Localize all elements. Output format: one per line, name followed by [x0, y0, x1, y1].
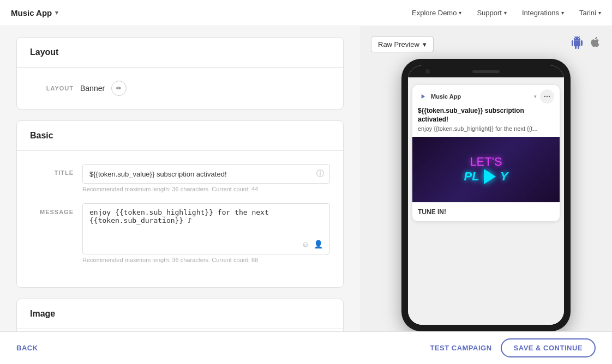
phone-screen-content: Music App ▾ ${{token.sub_value}} subscri… [408, 77, 564, 325]
person-icon[interactable]: 👤 [314, 240, 323, 248]
phone-notch [408, 65, 564, 77]
phone-mockup: Music App ▾ ${{token.sub_value}} subscri… [401, 59, 571, 331]
title-field-row: TITLE ⓘ Recommended maximum length: 36 c… [30, 164, 330, 192]
app-title: Music App [11, 8, 52, 17]
message-input-wrap: enjoy {{token.sub_highlight}} for the ne… [82, 203, 330, 254]
lets-text: LET'S [464, 155, 508, 169]
message-icons-row: ☺ 👤 [89, 238, 323, 250]
title-field-content: ⓘ Recommended maximum length: 36 charact… [82, 164, 330, 192]
notification-card: Music App ▾ ${{token.sub_value}} subscri… [412, 85, 560, 221]
phone-screen: Music App ▾ ${{token.sub_value}} subscri… [408, 65, 564, 325]
footer-right-buttons: TEST CAMPAIGN SAVE & CONTINUE [430, 338, 596, 357]
play-text-right: Y [500, 169, 508, 184]
image-section: Image IMAGE https://afiles.webengage.com… [16, 299, 344, 331]
notif-image: LET'S PL Y [412, 137, 560, 202]
basic-section-title: Basic [17, 121, 343, 151]
title-field-label: TITLE [30, 164, 74, 176]
preview-chevron: ▾ [423, 40, 427, 48]
phone-speaker [472, 70, 500, 73]
nav-item-support[interactable]: Support ▾ [477, 9, 507, 17]
layout-field-value: Banner [80, 84, 105, 93]
preview-toolbar: Raw Preview ▾ [360, 32, 612, 57]
notif-app-name: Music App [431, 93, 531, 100]
raw-preview-label: Raw Preview [378, 40, 419, 48]
notif-app-icon [418, 92, 428, 101]
platform-icons [571, 36, 601, 52]
layout-section-title: Layout [17, 38, 343, 68]
raw-preview-button[interactable]: Raw Preview ▾ [371, 37, 434, 52]
notif-body: enjoy {{token.sub_highlight}} for the ne… [412, 125, 560, 136]
nav-item-explore[interactable]: Explore Demo ▾ [412, 9, 461, 17]
play-row: PL Y [464, 169, 508, 184]
play-text-left: PL [464, 169, 479, 184]
layout-field-label: LAYOUT [30, 85, 74, 92]
layout-edit-button[interactable]: ✏ [111, 81, 127, 96]
message-hint: Recommended maximum length: 36 character… [82, 257, 330, 263]
notif-header: Music App ▾ [412, 85, 560, 106]
right-panel: Raw Preview ▾ [360, 26, 612, 331]
message-field-label: MESSAGE [30, 203, 74, 215]
image-section-title: Image [17, 299, 343, 329]
message-field-content: enjoy {{token.sub_highlight}} for the ne… [82, 203, 330, 263]
notif-image-content: LET'S PL Y [464, 155, 508, 184]
play-triangle-icon [484, 169, 496, 184]
top-navigation: Music App ▾ Explore Demo ▾ Support ▾ Int… [0, 0, 612, 26]
test-campaign-button[interactable]: TEST CAMPAIGN [430, 338, 491, 357]
layout-section: Layout LAYOUT Banner ✏ [16, 37, 344, 110]
title-input-wrap: ⓘ [82, 164, 330, 184]
phone-camera [425, 69, 430, 74]
app-title-chevron: ▾ [55, 9, 58, 16]
title-info-icon: ⓘ [316, 169, 324, 179]
title-hint: Recommended maximum length: 36 character… [82, 186, 330, 192]
bottom-footer: BACK TEST CAMPAIGN SAVE & CONTINUE [0, 331, 612, 364]
basic-section: Basic TITLE ⓘ Recommended maximum length… [16, 120, 344, 288]
save-continue-button[interactable]: SAVE & CONTINUE [501, 338, 596, 357]
notif-title: ${{token.sub_value}} subscription activa… [412, 106, 560, 125]
message-input[interactable]: enjoy {{token.sub_highlight}} for the ne… [89, 208, 323, 235]
basic-section-body: TITLE ⓘ Recommended maximum length: 36 c… [17, 151, 343, 287]
nav-item-tarini[interactable]: Tarini ▾ [579, 9, 601, 17]
nav-item-integrations[interactable]: Integrations ▾ [522, 9, 564, 17]
message-field-row: MESSAGE enjoy {{token.sub_highlight}} fo… [30, 203, 330, 263]
notif-app-chevron: ▾ [534, 94, 537, 99]
apple-icon[interactable] [589, 36, 601, 52]
svg-point-2 [549, 96, 550, 97]
svg-point-0 [544, 96, 545, 97]
layout-section-body: LAYOUT Banner ✏ [17, 68, 343, 109]
svg-point-1 [547, 96, 548, 97]
android-icon[interactable] [571, 36, 584, 52]
main-content: Layout LAYOUT Banner ✏ Basic TITLE [0, 26, 612, 331]
left-panel: Layout LAYOUT Banner ✏ Basic TITLE [0, 26, 360, 331]
notif-options-icon [540, 89, 554, 104]
emoji-icon[interactable]: ☺ [302, 240, 309, 248]
pencil-icon: ✏ [116, 84, 122, 92]
app-title-area[interactable]: Music App ▾ [11, 8, 58, 17]
back-button[interactable]: BACK [16, 344, 38, 352]
notif-cta: TUNE IN! [412, 202, 560, 221]
nav-right-items: Explore Demo ▾ Support ▾ Integrations ▾ … [412, 9, 601, 17]
layout-row: LAYOUT Banner ✏ [30, 81, 330, 96]
title-input[interactable] [89, 170, 323, 178]
